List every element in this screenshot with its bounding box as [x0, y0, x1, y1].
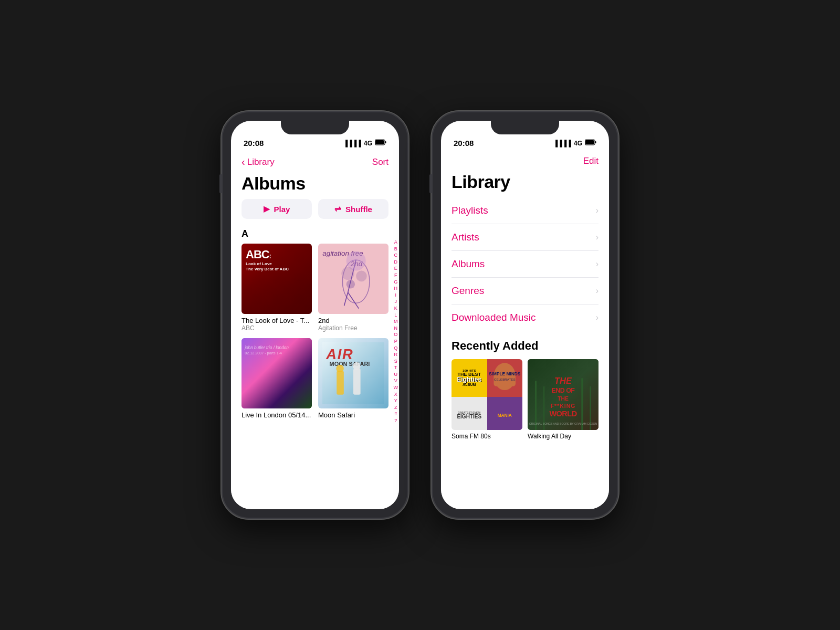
library-title: Library — [441, 170, 609, 197]
chevron-icon-genres: › — [596, 286, 598, 296]
recent-cover-walking: THE END OF THE F**KING WORLD ORIGINAL SO… — [528, 359, 598, 430]
svg-text:THE: THE — [558, 396, 569, 402]
svg-rect-19 — [337, 371, 344, 394]
svg-rect-21 — [353, 369, 361, 395]
svg-text:THE: THE — [554, 376, 572, 386]
air-art: AIR MOON SAFARI — [322, 342, 384, 404]
soma-q4: MANIA — [487, 397, 523, 430]
status-icons-1: ▐▐▐▐ 4G — [343, 139, 386, 147]
svg-text:WORLD: WORLD — [549, 410, 576, 418]
shuffle-label: Shuffle — [345, 205, 372, 214]
soma-head: SIMPLE MINDS CELEBRATES — [487, 359, 523, 397]
svg-text:AIR: AIR — [326, 346, 353, 362]
recent-cover-soma: 100 HITS THE BEST Eighties ALBUM — [452, 359, 522, 430]
svg-text:ORIGINAL SONGS AND SCORE BY GR: ORIGINAL SONGS AND SCORE BY GRAHAM COXON — [529, 422, 597, 425]
library-item-genres[interactable]: Genres › — [452, 278, 598, 304]
abc-subtitle: Look of LoveThe Very Best of ABC — [246, 261, 289, 271]
svg-text:SIMPLE MINDS: SIMPLE MINDS — [489, 371, 520, 376]
signal-icon-2: ▐▐▐▐ — [553, 140, 571, 147]
chevron-icon-artists: › — [596, 233, 598, 242]
play-icon: ▶ — [264, 204, 270, 214]
shuffle-button[interactable]: ⇌ Shuffle — [318, 199, 388, 219]
albums-label: Albums — [452, 258, 485, 270]
network-badge-1: 4G — [364, 140, 372, 147]
back-chevron-icon: ‹ — [242, 156, 245, 168]
back-label: Library — [247, 157, 275, 167]
svg-text:F**KING: F**KING — [551, 403, 576, 409]
back-button[interactable]: ‹ Library — [242, 156, 275, 168]
library-nav-bar: Edit — [441, 152, 609, 170]
svg-text:CELEBRATES: CELEBRATES — [494, 377, 515, 381]
signal-icon-1: ▐▐▐▐ — [343, 140, 361, 147]
album-title-agitation: 2nd — [318, 317, 388, 324]
library-screen: Edit Library Playlists › Artists › A — [441, 152, 609, 509]
svg-point-10 — [341, 267, 354, 280]
albums-nav-bar: ‹ Library Sort — [231, 152, 399, 171]
recent-title-walking: Walking All Day — [528, 433, 598, 440]
battery-icon-1 — [375, 139, 386, 147]
svg-point-12 — [346, 280, 355, 288]
recent-title-soma: Soma FM 80s — [452, 433, 522, 440]
chevron-icon-playlists: › — [596, 206, 598, 215]
phone-screen-2: 20:08 ▐▐▐▐ 4G E — [441, 121, 609, 509]
recent-item-soma[interactable]: 100 HITS THE BEST Eighties ALBUM — [452, 359, 522, 440]
playlists-label: Playlists — [452, 205, 488, 216]
battery-icon-2 — [585, 139, 596, 147]
section-a: A — [231, 226, 399, 244]
phone-shell-1: 20:08 ▐▐▐▐ 4G — [220, 110, 410, 520]
album-item[interactable]: agitation free 2nd — [318, 244, 388, 332]
soma-q3: GREATEST EVER! EIGHTIES — [452, 397, 487, 430]
genres-label: Genres — [452, 285, 484, 297]
abc-logo: ABC: — [246, 248, 289, 261]
chevron-icon-downloaded: › — [596, 313, 598, 322]
svg-rect-25 — [585, 140, 594, 144]
album-item[interactable]: ABC: Look of LoveThe Very Best of ABC Th… — [242, 244, 312, 332]
album-title-air: Moon Safari — [318, 411, 388, 419]
london-art: john butler trio / london 02.12.2007 - p… — [242, 338, 312, 408]
phone-albums: 20:08 ▐▐▐▐ 4G — [220, 110, 410, 520]
time-2: 20:08 — [454, 139, 474, 148]
recent-item-walking[interactable]: THE END OF THE F**KING WORLD ORIGINAL SO… — [528, 359, 598, 440]
album-cover-london: john butler trio / london 02.12.2007 - p… — [242, 338, 312, 408]
shuffle-icon: ⇌ — [334, 204, 341, 214]
library-list: Playlists › Artists › Albums › Genres › — [441, 197, 609, 331]
album-artist-agitation: Agitation Free — [318, 324, 388, 332]
svg-rect-1 — [385, 141, 386, 143]
svg-rect-32 — [528, 359, 598, 430]
svg-rect-2 — [375, 140, 384, 144]
album-item[interactable]: john butler trio / london 02.12.2007 - p… — [242, 338, 312, 419]
sort-button[interactable]: Sort — [372, 157, 388, 167]
alphabet-index[interactable]: A B C D E F G H I J K L M N O — [394, 239, 398, 424]
agitation-art: agitation free 2nd — [318, 244, 388, 314]
svg-text:MOON SAFARI: MOON SAFARI — [330, 361, 370, 367]
soma-q4-art: MANIA — [487, 397, 523, 430]
album-artist-abc: ABC — [242, 324, 312, 332]
album-cover-agitation: agitation free 2nd — [318, 244, 388, 314]
albums-container: ABC: Look of LoveThe Very Best of ABC Th… — [231, 244, 399, 419]
edit-button[interactable]: Edit — [583, 156, 598, 166]
svg-rect-24 — [595, 141, 596, 143]
recently-added-grid: 100 HITS THE BEST Eighties ALBUM — [441, 359, 609, 440]
svg-point-22 — [353, 362, 361, 370]
album-title-abc: The Look of Love - T... — [242, 317, 312, 324]
soma-q1: 100 HITS THE BEST Eighties ALBUM — [452, 359, 487, 397]
albums-grid: ABC: Look of LoveThe Very Best of ABC Th… — [231, 244, 399, 419]
svg-point-20 — [336, 365, 344, 373]
network-badge-2: 4G — [574, 140, 582, 147]
albums-screen: ‹ Library Sort Albums ▶ Play ⇌ Shuffle — [231, 152, 399, 509]
status-icons-2: ▐▐▐▐ 4G — [553, 139, 596, 147]
phone-screen-1: 20:08 ▐▐▐▐ 4G — [231, 121, 399, 509]
soma-greatest: GREATEST EVER! EIGHTIES — [457, 411, 481, 419]
play-label: Play — [274, 205, 290, 214]
play-button[interactable]: ▶ Play — [242, 199, 312, 219]
library-item-artists[interactable]: Artists › — [452, 224, 598, 251]
library-item-playlists[interactable]: Playlists › — [452, 197, 598, 224]
album-item[interactable]: AIR MOON SAFARI Moon Safari — [318, 338, 388, 419]
library-item-albums[interactable]: Albums › — [452, 251, 598, 278]
library-item-downloaded[interactable]: Downloaded Music › — [452, 304, 598, 331]
soma-cover-grid: 100 HITS THE BEST Eighties ALBUM — [452, 359, 522, 430]
soma-q2: SIMPLE MINDS CELEBRATES — [487, 359, 523, 397]
phone-shell-2: 20:08 ▐▐▐▐ 4G E — [430, 110, 620, 520]
svg-text:MANIA: MANIA — [497, 413, 511, 418]
recently-added-title: Recently Added — [441, 331, 609, 359]
